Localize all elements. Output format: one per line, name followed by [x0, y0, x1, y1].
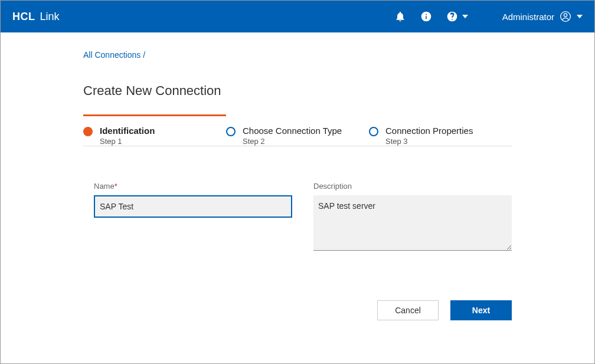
info-icon[interactable]: [420, 10, 433, 23]
step-identification[interactable]: Identification Step 1: [83, 115, 226, 146]
chevron-down-icon: [462, 15, 468, 18]
breadcrumb: All Connections /: [83, 50, 512, 60]
description-input[interactable]: [313, 195, 512, 251]
name-label: Name*: [94, 182, 292, 191]
cancel-button[interactable]: Cancel: [377, 300, 439, 320]
breadcrumb-root[interactable]: All Connections: [83, 50, 140, 60]
name-label-text: Name: [94, 182, 115, 191]
main-content: All Connections / Create New Connection …: [1, 32, 594, 338]
brand: HCL Link: [12, 11, 60, 23]
step-indicator: [369, 127, 378, 136]
top-actions: Administrator: [394, 10, 583, 23]
step-title: Choose Connection Type: [243, 126, 342, 136]
help-menu[interactable]: [446, 10, 468, 23]
breadcrumb-sep: /: [140, 50, 145, 60]
step-indicator-active: [83, 127, 93, 136]
step-connection-properties[interactable]: Connection Properties Step 3: [369, 115, 512, 146]
chevron-down-icon: [577, 15, 583, 18]
description-label: Description: [313, 182, 512, 191]
form-row: Name* Description: [83, 182, 512, 253]
step-sub: Step 3: [385, 137, 473, 146]
description-field-group: Description: [313, 182, 512, 253]
brand-product: Link: [40, 11, 60, 23]
step-sub: Step 2: [243, 137, 342, 146]
stepper: Identification Step 1 Choose Connection …: [83, 115, 512, 146]
step-title: Connection Properties: [385, 126, 473, 136]
top-bar: HCL Link Administrator: [1, 1, 594, 32]
svg-point-1: [564, 14, 567, 17]
step-indicator: [226, 127, 236, 136]
step-connection-type[interactable]: Choose Connection Type Step 2: [226, 115, 369, 146]
required-star: *: [115, 182, 117, 191]
step-sub: Step 1: [100, 137, 155, 146]
next-button[interactable]: Next: [450, 300, 512, 320]
user-menu[interactable]: Administrator: [502, 10, 583, 23]
step-title: Identification: [100, 126, 155, 136]
brand-logo: HCL: [12, 11, 35, 23]
page-title: Create New Connection: [83, 83, 512, 99]
user-name: Administrator: [502, 12, 554, 22]
name-field-group: Name*: [94, 182, 292, 253]
notifications-icon[interactable]: [394, 10, 407, 23]
button-row: Cancel Next: [83, 300, 512, 320]
user-avatar-icon: [559, 10, 572, 23]
name-input[interactable]: [94, 195, 292, 218]
help-icon: [446, 10, 459, 23]
